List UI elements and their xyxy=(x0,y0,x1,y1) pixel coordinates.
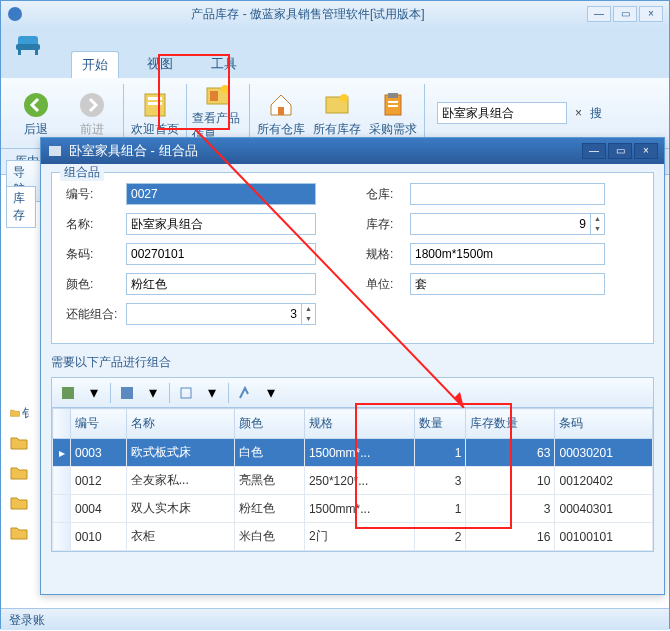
svg-rect-23 xyxy=(181,388,191,398)
dialog-minimize-button[interactable]: — xyxy=(582,143,606,159)
svg-point-15 xyxy=(340,94,348,102)
stock-panel-header[interactable]: 库存 xyxy=(6,186,36,228)
main-titlebar: 产品库存 - 傲蓝家具销售管理软件[试用版本] — ▭ × xyxy=(1,1,669,27)
toolbar-dropdown-icon[interactable]: ▾ xyxy=(202,383,222,403)
purchase-button[interactable]: 采购需求 xyxy=(366,82,420,144)
unit-field[interactable]: 套 xyxy=(410,273,605,295)
toolbar-btn-2[interactable] xyxy=(117,383,137,403)
svg-rect-9 xyxy=(148,102,162,105)
spin-up-icon[interactable]: ▲ xyxy=(302,304,315,314)
stock-icon xyxy=(321,89,353,121)
clipboard-icon xyxy=(377,89,409,121)
svg-rect-21 xyxy=(62,387,74,399)
folder-item[interactable]: 钅 xyxy=(10,404,34,422)
svg-point-5 xyxy=(24,93,48,117)
all-warehouse-button[interactable]: 所有仓库 xyxy=(254,82,308,144)
code-field[interactable]: 0027 xyxy=(126,183,316,205)
clear-search-icon[interactable]: × xyxy=(571,106,586,120)
dialog-title: 卧室家具组合 - 组合品 xyxy=(69,142,582,160)
svg-point-0 xyxy=(8,7,22,21)
close-button[interactable]: × xyxy=(639,6,663,22)
warehouse-icon xyxy=(265,89,297,121)
search-button[interactable]: 搜 xyxy=(590,105,602,122)
view-product-button[interactable]: 查看产品信息 xyxy=(191,82,245,144)
back-button[interactable]: 后退 xyxy=(9,82,63,144)
svg-rect-3 xyxy=(18,50,21,55)
svg-rect-17 xyxy=(388,93,398,98)
table-row[interactable]: ▸0003欧式板式床白色1500mm*...16300030201 xyxy=(53,439,653,467)
all-stock-button[interactable]: 所有库存 xyxy=(310,82,364,144)
svg-point-12 xyxy=(221,85,229,93)
forward-icon xyxy=(76,89,108,121)
svg-rect-19 xyxy=(388,105,398,107)
back-icon xyxy=(20,89,52,121)
svg-rect-18 xyxy=(388,101,398,103)
tab-start[interactable]: 开始 xyxy=(71,51,119,78)
svg-rect-2 xyxy=(16,44,40,50)
dialog-icon xyxy=(47,143,63,159)
toolbar-btn-3[interactable] xyxy=(176,383,196,403)
subproducts-table: 编号 名称 颜色 规格 数量 库存数量 条码 ▸0003欧式板式床白色1500m… xyxy=(52,408,653,551)
spec-field[interactable]: 1800m*1500m xyxy=(410,243,605,265)
dialog-maximize-button[interactable]: ▭ xyxy=(608,143,632,159)
toolbar-btn-1[interactable] xyxy=(58,383,78,403)
stock-spinner[interactable]: 9▲▼ xyxy=(410,213,605,235)
window-title: 产品库存 - 傲蓝家具销售管理软件[试用版本] xyxy=(29,6,587,23)
maximize-button[interactable]: ▭ xyxy=(613,6,637,22)
toolbar-dropdown-icon[interactable]: ▾ xyxy=(84,383,104,403)
view-product-icon xyxy=(202,82,234,110)
combo-groupbox: 组合品 编号: 0027 仓库: 名称: 卧室家具组合 库存: 9▲▼ 条码: … xyxy=(51,172,654,344)
svg-rect-4 xyxy=(35,50,38,55)
svg-point-6 xyxy=(80,93,104,117)
toolbar-dropdown-icon[interactable]: ▾ xyxy=(261,383,281,403)
tab-view[interactable]: 视图 xyxy=(137,51,183,78)
svg-rect-22 xyxy=(121,387,133,399)
product-combo-dialog: 卧室家具组合 - 组合品 — ▭ × 组合品 编号: 0027 仓库: 名称: … xyxy=(40,137,665,595)
svg-rect-20 xyxy=(49,146,61,156)
svg-rect-8 xyxy=(148,97,162,100)
forward-button[interactable]: 前进 xyxy=(65,82,119,144)
svg-rect-13 xyxy=(278,107,284,115)
table-row[interactable]: 0010衣柜米白色2门21600100101 xyxy=(53,523,653,551)
barcode-field[interactable]: 00270101 xyxy=(126,243,316,265)
status-bar: 登录账 xyxy=(1,608,669,630)
dialog-close-button[interactable]: × xyxy=(634,143,658,159)
spin-down-icon[interactable]: ▼ xyxy=(302,314,315,324)
folder-item[interactable] xyxy=(10,494,34,512)
minimize-button[interactable]: — xyxy=(587,6,611,22)
search-input[interactable] xyxy=(437,102,567,124)
folder-item[interactable] xyxy=(10,464,34,482)
warehouse-field[interactable] xyxy=(410,183,605,205)
home-button[interactable]: 欢迎首页 xyxy=(128,82,182,144)
spin-up-icon[interactable]: ▲ xyxy=(591,214,604,224)
spin-down-icon[interactable]: ▼ xyxy=(591,224,604,234)
color-field[interactable]: 粉红色 xyxy=(126,273,316,295)
toolbar-dropdown-icon[interactable]: ▾ xyxy=(143,383,163,403)
table-row[interactable]: 0012全友家私...亮黑色250*120*...31000120402 xyxy=(53,467,653,495)
name-field[interactable]: 卧室家具组合 xyxy=(126,213,316,235)
sidebar-folders: 钅 xyxy=(10,404,34,542)
folder-item[interactable] xyxy=(10,434,34,452)
svg-rect-11 xyxy=(210,91,218,101)
app-logo-icon xyxy=(7,6,23,22)
table-toolbar: ▾ ▾ ▾ ▾ xyxy=(52,378,653,408)
subproducts-label: 需要以下产品进行组合 xyxy=(51,354,654,371)
home-icon xyxy=(139,89,171,121)
cancombo-spinner[interactable]: 3▲▼ xyxy=(126,303,316,325)
dialog-titlebar: 卧室家具组合 - 组合品 — ▭ × xyxy=(41,138,664,164)
app-chair-icon xyxy=(7,29,49,59)
folder-item[interactable] xyxy=(10,524,34,542)
tab-tools[interactable]: 工具 xyxy=(201,51,247,78)
toolbar-btn-4[interactable] xyxy=(235,383,255,403)
table-row[interactable]: 0004双人实木床粉红色1500mm*...1300040301 xyxy=(53,495,653,523)
